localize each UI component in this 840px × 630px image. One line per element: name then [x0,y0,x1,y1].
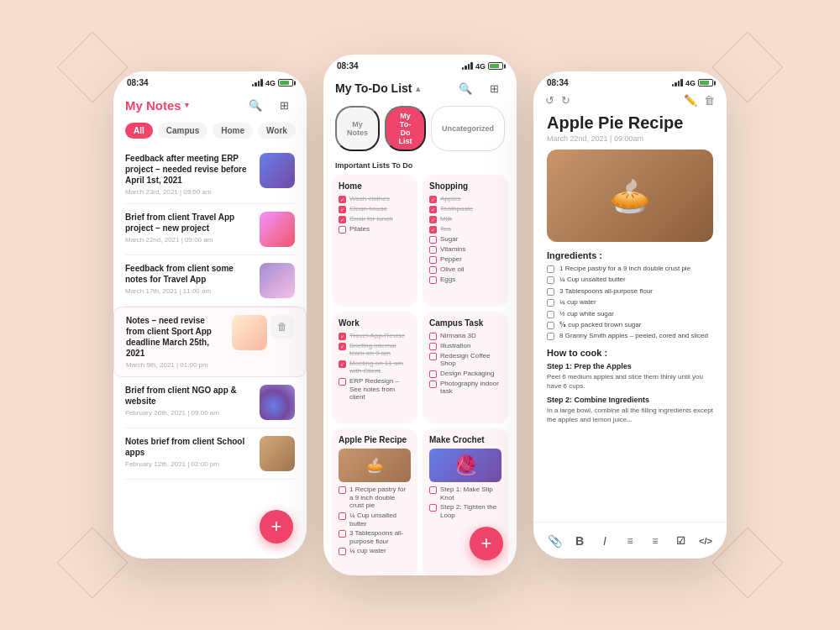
ingredient-check-6[interactable] [547,322,554,329]
network-label: 4G [265,79,276,87]
search-button-mid[interactable]: 🔍 [454,77,476,99]
menu-button-mid[interactable]: ⊞ [483,77,505,99]
filter-work[interactable]: Work [258,123,296,139]
recipe-thumb: 🥧 [339,449,411,482]
recipe-date: March 22nd, 2021 | 09:00am [547,134,713,143]
check-icon[interactable] [339,226,346,234]
check-icon[interactable]: ✓ [339,360,346,368]
edit-icon[interactable]: ✏️ [684,94,697,107]
note-item-1[interactable]: Feedback after meeting ERP project – nee… [125,145,295,204]
filter-campus[interactable]: Campus [158,123,207,139]
note-thumb-6 [260,436,295,471]
unordered-list-icon[interactable]: ≡ [621,532,639,550]
delete-button-4[interactable]: 🗑 [270,315,294,339]
filter-button[interactable]: ⊞ [273,94,295,116]
check-icon[interactable] [429,370,437,378]
forward-icon[interactable]: ↻ [561,94,570,107]
check-icon[interactable]: ✓ [429,216,437,223]
note-item-2[interactable]: Brief from client Travel App project – n… [125,204,295,255]
right-phone: 08:34 4G ↺ ↻ ✏️ 🗑 App [533,71,727,559]
crochet-thumb: 🧶 [429,449,501,482]
check-icon[interactable] [429,333,437,340]
bold-button[interactable]: B [570,532,589,550]
todo-list-title: My To-Do List ▴ [335,81,420,95]
todo-item: ✓ Wash clothes [339,195,411,203]
my-notes-title[interactable]: My Notes ▾ [125,98,189,113]
ingredient-check-5[interactable] [547,311,554,318]
check-icon[interactable] [429,343,437,350]
ingredient-4: ¼ cup water [547,298,713,307]
todo-label: Wash clothes [349,195,390,203]
check-icon[interactable] [339,512,346,520]
note-title-1: Feedback after meeting ERP project – nee… [125,153,253,186]
task-list-icon[interactable]: ☑ [671,532,690,550]
search-button[interactable]: 🔍 [244,94,266,116]
italic-button[interactable]: I [596,532,614,550]
check-icon[interactable] [429,381,437,388]
code-icon[interactable]: </> [696,532,715,550]
check-icon[interactable] [339,486,346,494]
note-item-4[interactable]: Notes – need revise from client Sport Ap… [113,307,307,377]
ingredient-check-3[interactable] [547,288,554,296]
time-mid: 08:34 [337,61,359,71]
ingredient-check-2[interactable] [547,276,554,284]
check-icon[interactable] [429,486,437,494]
todo-card-home: Home ✓ Wash clothes ✓ Clean house ✓ Cook… [332,175,417,307]
ingredient-check-1[interactable] [547,265,554,273]
recipe-hero-image: 🥧 [547,150,713,242]
check-icon[interactable]: ✓ [339,206,346,213]
filter-home[interactable]: Home [213,123,253,139]
header-icons: 🔍 ⊞ [244,94,295,116]
trash-icon[interactable]: 🗑 [704,94,715,107]
tab-uncategorized[interactable]: Uncategorized [431,106,505,151]
check-icon[interactable]: ✓ [429,226,437,234]
check-icon[interactable]: ✓ [339,343,346,350]
note-item-3[interactable]: Feedback from client some notes for Trav… [125,255,295,307]
ingredient-check-4[interactable] [547,299,554,307]
check-icon[interactable] [429,236,437,244]
tab-todo-list[interactable]: My To-Do List [385,106,426,151]
check-icon[interactable]: ✓ [339,216,346,223]
status-bar-left: 08:34 4G [113,71,307,91]
check-icon[interactable] [429,276,437,284]
card-title-shopping: Shopping [429,181,501,191]
status-icons-mid: 4G [462,62,503,71]
check-icon[interactable] [339,378,346,386]
step-2-text: In a large bowl, combine all the filling… [547,406,713,424]
check-icon[interactable]: ✓ [339,333,346,340]
note-thumb-2 [260,212,295,247]
tab-my-notes[interactable]: My Notes [335,106,380,151]
fab-add-note[interactable]: + [260,510,293,543]
note-date-3: March 17th, 2021 | 11:00 am [125,287,253,295]
ingredient-check-7[interactable] [547,333,554,340]
signal-icon-right [672,79,683,87]
filter-tabs: All Campus Home Work [125,123,295,139]
check-icon[interactable]: ✓ [429,196,437,203]
note-item-5[interactable]: Brief from client NGO app & website Febr… [125,377,295,428]
check-icon[interactable]: ✓ [429,206,437,213]
check-icon[interactable] [339,530,346,538]
todo-item: ✓ Clean house [339,205,411,213]
check-icon[interactable] [429,353,437,360]
check-icon[interactable] [429,266,437,274]
time-left: 08:34 [127,78,149,87]
filter-all[interactable]: All [125,123,153,139]
recipe-content: Apple Pie Recipe March 22nd, 2021 | 09:0… [533,113,727,429]
check-icon[interactable] [429,504,437,512]
back-icon[interactable]: ↺ [545,94,554,107]
check-icon[interactable] [339,548,346,555]
fab-add-todo[interactable]: + [470,527,503,560]
check-icon[interactable]: ✓ [339,196,346,203]
ordered-list-icon[interactable]: ≡ [646,532,664,550]
check-icon[interactable] [429,256,437,264]
note-title-4: Notes – need revise from client Sport Ap… [126,315,225,359]
note-item-6[interactable]: Notes brief from client School apps Febr… [125,428,295,480]
todo-card-campus: Campus Task Nirmana 3D Illustration Rede… [423,312,508,424]
note-date-1: March 23rd, 2021 | 09:00 am [125,188,253,196]
signal-icon-mid [462,62,473,70]
check-icon[interactable] [429,246,437,254]
mid-phone: 08:34 4G My To-Do List ▴ 🔍 ⊞ [323,55,517,575]
attachment-icon[interactable]: 📎 [545,532,564,550]
formatting-toolbar: 📎 B I ≡ ≡ ☑ </> [533,522,727,559]
right-header: ↺ ↻ ✏️ 🗑 [533,91,727,113]
